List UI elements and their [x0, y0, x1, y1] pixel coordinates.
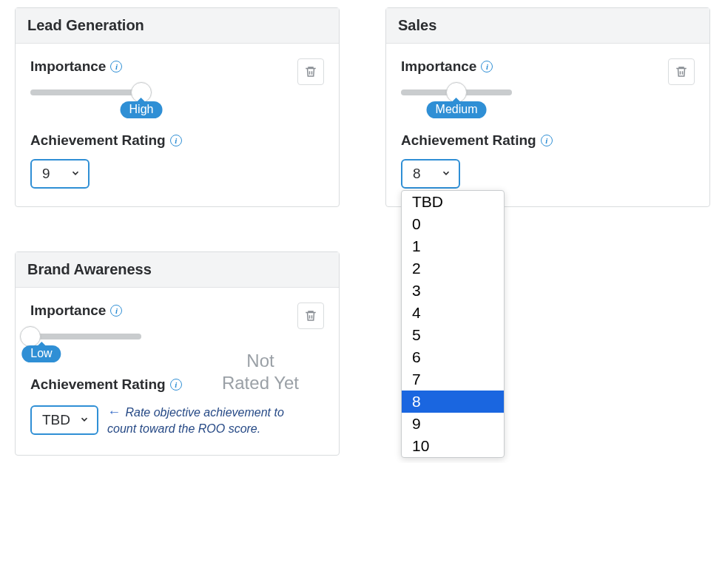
card-title: Brand Awareness — [16, 252, 339, 288]
slider-value-chip: Low — [21, 345, 61, 362]
select-value: 9 — [42, 166, 50, 182]
achievement-select[interactable]: 9 — [30, 159, 90, 189]
info-icon[interactable]: i — [110, 305, 122, 317]
delete-button[interactable] — [297, 58, 324, 85]
not-rated-text: Not Rated Yet — [201, 350, 320, 394]
dropdown-option[interactable]: 6 — [402, 346, 504, 368]
dropdown-option[interactable]: 5 — [402, 324, 504, 346]
importance-label: Importance i — [30, 58, 122, 75]
importance-label: Importance i — [30, 303, 122, 319]
objective-card-lead-generation: Lead Generation Importance i High — [15, 7, 340, 207]
info-icon[interactable]: i — [110, 61, 122, 72]
slider-value-chip: High — [121, 101, 163, 118]
slider-value-chip: Medium — [427, 101, 487, 118]
delete-button[interactable] — [297, 303, 324, 329]
dropdown-option[interactable]: 7 — [402, 368, 504, 391]
achievement-dropdown[interactable]: TBD012345678910 — [401, 190, 505, 458]
dropdown-option[interactable]: 9 — [402, 413, 504, 435]
chevron-down-icon — [70, 166, 81, 182]
select-value: TBD — [42, 412, 70, 428]
objective-card-sales: Sales Importance i Medium — [385, 7, 710, 207]
achievement-label: Achievement Rating i — [30, 132, 182, 149]
chevron-down-icon — [441, 166, 451, 182]
achievement-select[interactable]: TBD — [30, 405, 98, 435]
achievement-select[interactable]: 8 — [401, 159, 460, 189]
dropdown-option[interactable]: 3 — [402, 280, 504, 302]
objective-card-brand-awareness: Brand Awareness Importance i Low — [15, 251, 340, 456]
dropdown-option[interactable]: 1 — [402, 235, 504, 257]
achievement-label: Achievement Rating i — [30, 376, 182, 393]
importance-slider[interactable]: Low — [30, 329, 141, 339]
info-icon[interactable]: i — [170, 379, 182, 391]
dropdown-option[interactable]: 4 — [402, 302, 504, 324]
dropdown-option[interactable]: TBD — [402, 191, 504, 213]
info-icon[interactable]: i — [541, 135, 553, 146]
delete-button[interactable] — [668, 58, 695, 85]
card-title: Lead Generation — [16, 8, 339, 44]
dropdown-option[interactable]: 8 — [402, 391, 504, 413]
importance-label: Importance i — [401, 58, 493, 75]
rating-hint: ← Rate objective achievement to count to… — [107, 403, 307, 437]
card-title: Sales — [386, 8, 709, 44]
dropdown-option[interactable]: 2 — [402, 257, 504, 280]
dropdown-option[interactable]: 10 — [402, 435, 504, 457]
select-value: 8 — [413, 166, 421, 182]
info-icon[interactable]: i — [481, 61, 493, 72]
trash-icon — [304, 309, 317, 322]
dropdown-option[interactable]: 0 — [402, 213, 504, 235]
importance-slider[interactable]: Medium — [401, 85, 512, 95]
achievement-label: Achievement Rating i — [401, 132, 553, 149]
chevron-down-icon — [79, 412, 90, 428]
trash-icon — [304, 65, 317, 78]
info-icon[interactable]: i — [170, 135, 182, 146]
arrow-left-icon: ← — [107, 405, 121, 419]
trash-icon — [675, 65, 688, 78]
importance-slider[interactable]: High — [30, 85, 141, 95]
